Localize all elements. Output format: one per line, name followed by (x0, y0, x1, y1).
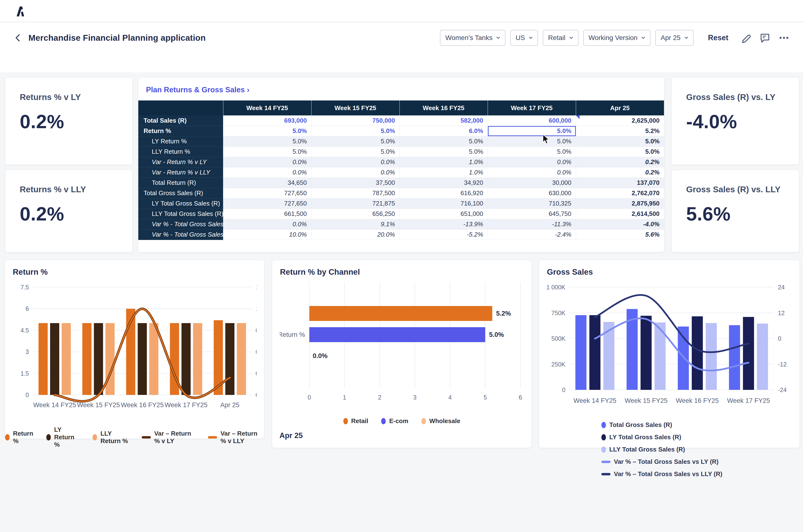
grid-cell[interactable]: 5.0% (399, 147, 487, 157)
grid-cell[interactable]: 34,650 (223, 177, 311, 188)
grid-row-label[interactable]: LLY Total Gross Sales (R) (138, 209, 223, 219)
grid-row-label[interactable]: Var % - Total Gross Sales vs LY... (138, 219, 223, 229)
grid-cell[interactable]: 5.0% (487, 136, 576, 147)
grid-cell[interactable]: -13.9% (399, 219, 487, 229)
filter-channel[interactable]: Retail (543, 30, 578, 46)
legend-item[interactable]: LLY Total Gross Sales (R) (601, 446, 725, 453)
grid-cell[interactable]: -2.4% (487, 229, 576, 240)
grid-cell[interactable]: 0.2% (576, 157, 664, 167)
grid-cell[interactable]: 30,000 (487, 177, 576, 188)
grid-row-label[interactable]: Total Sales (R) (138, 115, 223, 126)
grid-cell[interactable]: 710,325 (487, 198, 576, 209)
legend-item[interactable]: Var % – Total Gross Sales vs LLY (R) (601, 470, 725, 478)
grid-cell[interactable]: 1.0% (399, 157, 487, 167)
grid-cell[interactable]: 5.0% (576, 147, 664, 157)
legend-item[interactable]: LY Total Gross Sales (R) (601, 434, 725, 441)
grid-cell[interactable]: 5.6% (576, 229, 664, 240)
grid-cell[interactable]: 645,750 (487, 209, 576, 219)
grid-cell[interactable]: 616,920 (399, 188, 487, 198)
grid-cell[interactable]: 0.0% (487, 167, 576, 177)
grid-cell[interactable]: 2,614,500 (576, 209, 664, 219)
grid-row-label[interactable]: Return % (138, 126, 223, 136)
grid-cell[interactable]: 721,875 (311, 198, 399, 209)
grid-cell[interactable]: 656,250 (311, 209, 399, 219)
grid-cell[interactable]: 2,875,950 (576, 198, 664, 209)
grid-cell[interactable]: 5.0% (311, 126, 399, 136)
comments-button[interactable] (758, 31, 772, 45)
grid-cell[interactable]: 0.0% (311, 157, 399, 167)
grid-cell[interactable]: 693,000 (223, 115, 311, 126)
grid-cell[interactable]: -5.2% (399, 229, 487, 240)
grid-row-label[interactable]: Total Gross Sales (R) (138, 188, 223, 198)
grid-row-label[interactable]: Var % - Total Gross Sales vs LL... (138, 229, 223, 240)
legend-item[interactable]: Return % (5, 430, 33, 445)
grid-cell[interactable]: 5.0% (487, 147, 576, 157)
edit-button[interactable] (740, 31, 753, 45)
grid-cell[interactable]: 5.0% (487, 126, 576, 136)
grid-cell[interactable]: 727,650 (223, 188, 311, 198)
grid-cell[interactable]: 5.2% (576, 126, 664, 136)
grid-cell[interactable]: 2,625,000 (576, 115, 664, 126)
grid-cell[interactable]: 787,500 (311, 188, 399, 198)
grid-row-label[interactable]: LY Total Gross Sales (R) (138, 198, 223, 209)
grid-cell[interactable]: 137,070 (576, 177, 664, 188)
legend-item[interactable]: Total Gross Sales (R) (601, 421, 725, 429)
more-options-button[interactable] (777, 31, 791, 45)
grid-column-header[interactable]: Week 16 FY25 (399, 100, 487, 115)
grid-cell[interactable]: 0.0% (223, 219, 311, 229)
grid-cell[interactable]: 5.0% (223, 126, 311, 136)
legend-item[interactable]: Retail (343, 417, 368, 425)
grid-cell[interactable]: 661,500 (223, 209, 311, 219)
grid-column-header[interactable]: Week 14 FY25 (223, 100, 311, 115)
grid-cell[interactable]: 5.0% (223, 147, 311, 157)
grid-cell[interactable]: 0.2% (576, 167, 664, 177)
legend-item[interactable]: Var – Return % v LY (142, 430, 195, 445)
grid-cell[interactable]: 5.0% (399, 136, 487, 147)
grid-column-header[interactable]: Apr 25 (576, 100, 664, 115)
grid-cell[interactable]: 716,100 (399, 198, 487, 209)
legend-item[interactable]: Wholesale (421, 417, 460, 425)
grid-cell[interactable]: 34,920 (399, 177, 487, 188)
grid-cell[interactable]: 0.0% (223, 167, 311, 177)
grid-cell[interactable]: 630,000 (487, 188, 576, 198)
grid-cell[interactable]: -4.0% (576, 219, 664, 229)
grid-cell[interactable]: 0.0% (487, 157, 576, 167)
grid-column-header[interactable]: Week 15 FY25 (311, 100, 399, 115)
grid-cell[interactable]: -11.3% (487, 219, 576, 229)
grid-row-label[interactable]: Total Return (R) (138, 177, 223, 188)
grid-cell[interactable]: 5.0% (576, 136, 664, 147)
grid-cell[interactable]: 5.0% (311, 136, 399, 147)
legend-item[interactable]: Var % – Total Gross Sales vs LY (R) (601, 458, 725, 466)
legend-item[interactable]: LY Return % (46, 426, 79, 449)
grid-cell[interactable]: 750,000 (311, 115, 399, 126)
grid-cell[interactable]: 1.0% (399, 167, 487, 177)
grid-cell[interactable]: 600,000 (487, 115, 576, 126)
grid-cell[interactable]: 6.0% (399, 126, 487, 136)
grid-cell[interactable]: 0.0% (223, 157, 311, 167)
grid-row-label[interactable]: LY Return % (138, 136, 223, 147)
grid-cell[interactable]: 9.1% (311, 219, 399, 229)
grid-row-label[interactable]: LLY Return % (138, 147, 223, 157)
back-button[interactable] (14, 33, 22, 43)
legend-item[interactable]: Var – Return % v LLY (208, 430, 264, 445)
legend-item[interactable]: E-com (381, 417, 408, 425)
grid-cell[interactable]: 5.0% (223, 136, 311, 147)
grid-cell[interactable]: 2,762,070 (576, 188, 664, 198)
grid-cell[interactable]: 727,650 (223, 198, 311, 209)
grid-cell[interactable]: 582,000 (399, 115, 487, 126)
reset-button[interactable]: Reset (707, 33, 730, 42)
grid-cell[interactable]: 5.0% (311, 147, 399, 157)
grid-cell[interactable]: 0.0% (311, 167, 399, 177)
grid-column-header[interactable]: Week 17 FY25 (487, 100, 576, 115)
filter-version[interactable]: Working Version (583, 30, 650, 46)
grid-cell[interactable]: 651,000 (399, 209, 487, 219)
filter-product[interactable]: Women's Tanks (440, 30, 505, 46)
legend-item[interactable]: LLY Return % (93, 430, 129, 445)
plan-returns-gross-sales-link[interactable]: Plan Returns & Gross Sales › (146, 86, 249, 94)
grid-cell[interactable]: 37,500 (311, 177, 399, 188)
filter-region[interactable]: US (510, 30, 538, 46)
filter-period[interactable]: Apr 25 (655, 30, 694, 46)
grid-row-label[interactable]: Var - Return % v LY (138, 157, 223, 167)
grid-cell[interactable]: 20.0% (311, 229, 399, 240)
grid-cell[interactable]: 10.0% (223, 229, 311, 240)
